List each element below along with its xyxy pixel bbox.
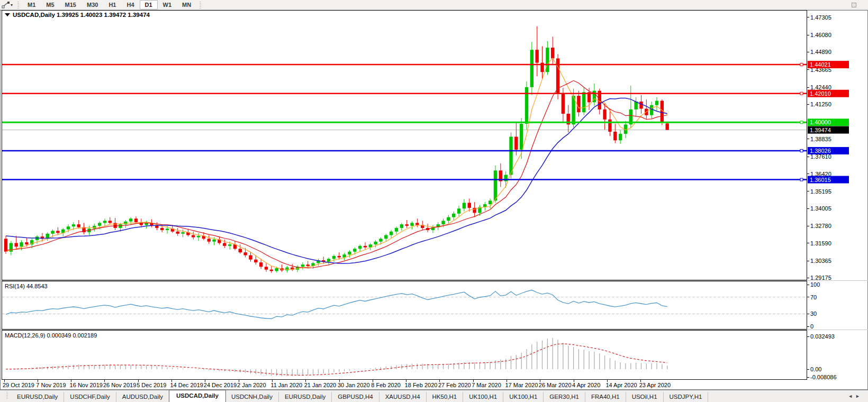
candle-body <box>546 48 549 72</box>
candle-body <box>181 232 184 234</box>
hline-handle-1.42010[interactable] <box>800 92 803 95</box>
chart-tab-EURUSD-Daily[interactable]: EURUSD,Daily <box>279 392 332 402</box>
chart-tab-FRA40-H1[interactable]: FRA40,H1 <box>585 392 626 402</box>
candle-body <box>254 260 257 262</box>
date-axis-label: 23 Apr 2020 <box>639 382 671 388</box>
date-axis-label: 18 Feb 2020 <box>405 382 438 388</box>
candle-body <box>535 50 538 62</box>
price-tag-1.36015-text: 1.36015 <box>810 177 831 183</box>
chart-tab-USDCNH-Daily[interactable]: USDCNH,Daily <box>225 392 279 402</box>
timeframe-button-M30[interactable]: M30 <box>82 0 103 10</box>
price-axis-label: 1.47305 <box>810 14 831 21</box>
candle-body <box>228 244 231 246</box>
candle-body <box>410 223 413 225</box>
date-axis-label: 27 Feb 2020 <box>438 382 471 388</box>
candle-body <box>415 223 419 225</box>
candle-body <box>353 249 356 251</box>
candle-body <box>457 208 460 214</box>
candle-body <box>134 218 138 222</box>
toolbar-grip-2[interactable] <box>200 2 201 8</box>
chart-tab-USDJPY-H1[interactable]: USDJPY,H1 <box>664 392 709 402</box>
price-axis-label: 1.38835 <box>810 136 831 142</box>
current-price-tag-text: 1.39474 <box>810 127 831 133</box>
date-axis-label: 5 Dec 2019 <box>137 382 166 388</box>
candle-body <box>124 222 127 224</box>
price-axis-label: 1.34005 <box>810 205 831 212</box>
date-axis-label: 7 Mar 2020 <box>472 382 501 388</box>
chart-tab-USOil-H1[interactable]: USOil,H1 <box>626 392 664 402</box>
hline-handle-1.36015[interactable] <box>800 178 803 181</box>
hline-handle-1.38026[interactable] <box>800 149 803 152</box>
chart-tab-HK50-H1[interactable]: HK50,H1 <box>427 392 464 402</box>
chart-tab-USDCHF-Daily[interactable]: USDCHF,Daily <box>64 392 116 402</box>
macd-indicator-label: MACD(12,26,9) 0.000349 0.002189 <box>5 332 97 339</box>
chart-tab-USDCAD-Daily[interactable]: USDCAD,Daily <box>169 390 226 402</box>
candle-body <box>489 200 492 204</box>
candle-body <box>56 231 59 233</box>
candle-body <box>14 243 17 246</box>
candle-body <box>608 120 611 132</box>
candle-body <box>265 267 268 269</box>
candle-body <box>25 242 28 244</box>
timeframes-toolbar: ▾ M1M5M15M30H1H4D1W1MN <box>0 0 868 10</box>
candle-body <box>551 48 554 58</box>
tabbar-grip[interactable] <box>6 392 8 399</box>
candle-body <box>98 223 101 225</box>
toolbar-grip[interactable] <box>17 2 19 8</box>
candle-body <box>619 134 622 140</box>
candle-body <box>379 239 382 241</box>
macd-axis-label: 0.00 <box>810 366 821 372</box>
candle-body <box>155 226 158 228</box>
candle-body <box>338 256 341 258</box>
chart-tab-UK100-H1[interactable]: UK100,H1 <box>503 392 544 402</box>
candle-body <box>108 221 112 223</box>
timeframe-button-H1[interactable]: H1 <box>103 0 121 10</box>
date-axis-label: 2 Jan 2020 <box>237 382 266 388</box>
toolbar-overflow-button[interactable] <box>852 3 856 7</box>
hline-handle-1.40000[interactable] <box>800 121 803 124</box>
hline-handle-1.44021[interactable] <box>800 63 803 66</box>
price-tag-1.40000-text: 1.40000 <box>810 119 831 125</box>
date-axis-label: 26 Nov 2019 <box>103 382 136 388</box>
candle-body <box>562 94 565 114</box>
price-axis-label: 1.29175 <box>810 275 831 281</box>
timeframe-button-M1[interactable]: M1 <box>22 0 41 10</box>
chart-tab-GBPUSD-H4[interactable]: GBPUSD,H4 <box>332 392 379 402</box>
chart-tab-UK100-H1[interactable]: UK100,H1 <box>463 392 503 402</box>
candle-body <box>468 203 471 208</box>
candle-body <box>20 242 23 246</box>
tab-scroll-left-icon[interactable]: ◄ <box>848 394 855 399</box>
timeframe-button-W1[interactable]: W1 <box>158 0 177 10</box>
line-studies-tool-button[interactable]: ▾ <box>0 1 14 8</box>
candle-body <box>364 246 367 248</box>
timeframe-button-MN[interactable]: MN <box>177 0 196 10</box>
timeframe-button-M5[interactable]: M5 <box>41 0 59 10</box>
tab-scroll-arrows: ◄► <box>848 394 863 399</box>
chart-tab-XAUUSD-H4[interactable]: XAUUSD,H4 <box>379 392 427 402</box>
price-tag-1.44021-text: 1.44021 <box>810 61 831 68</box>
chart-tab-GER30-H1[interactable]: GER30,H1 <box>544 392 585 402</box>
candle-body <box>577 96 580 112</box>
timeframe-button-M15[interactable]: M15 <box>60 0 82 10</box>
candle-body <box>525 87 528 124</box>
chart-tab-EURUSD-Daily[interactable]: EURUSD,Daily <box>11 392 64 402</box>
candle-body <box>374 242 377 244</box>
tab-scroll-right-icon[interactable]: ► <box>855 394 863 399</box>
rsi-axis-label: 100 <box>810 281 820 288</box>
chart-window[interactable]: 1.473051.460801.448901.436651.424401.412… <box>0 10 868 390</box>
candle-body <box>530 50 534 87</box>
candle-body <box>72 224 75 226</box>
chevron-down-icon[interactable]: ▾ <box>11 3 13 7</box>
candle-body <box>103 221 106 223</box>
candle-body <box>405 224 408 226</box>
candle-body <box>207 239 211 241</box>
chart-tab-AUDUSD-Daily[interactable]: AUDUSD,Daily <box>116 392 169 402</box>
timeframe-button-D1[interactable]: D1 <box>140 0 158 10</box>
timeframe-button-H4[interactable]: H4 <box>121 0 139 10</box>
price-axis-label: 1.41250 <box>810 101 831 107</box>
candle-body <box>223 243 226 245</box>
date-axis-label: 17 Mar 2020 <box>505 382 538 388</box>
candle-body <box>160 228 164 230</box>
candle-body <box>332 256 336 259</box>
line-studies-icon <box>2 1 10 8</box>
